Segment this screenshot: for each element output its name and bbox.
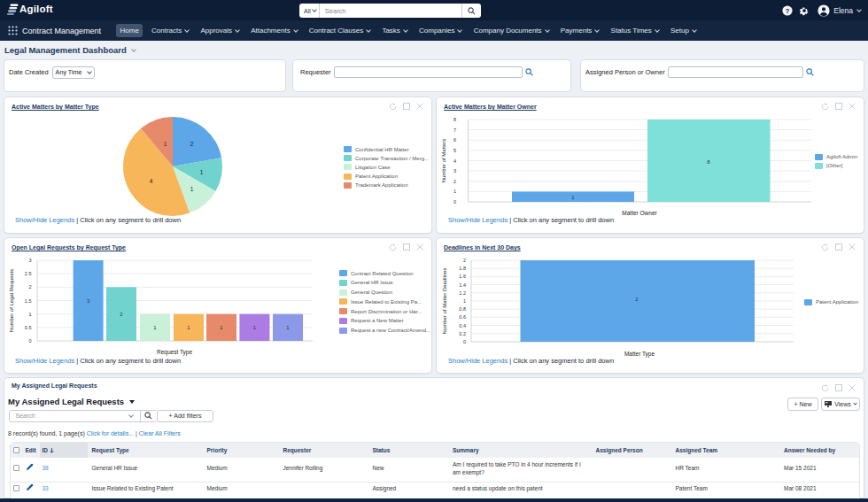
svg-text:0: 0	[28, 338, 31, 344]
svg-text:1.4: 1.4	[459, 282, 466, 288]
svg-text:?: ?	[786, 6, 790, 14]
svg-text:Number of Matter Deadlines: Number of Matter Deadlines	[442, 267, 447, 334]
svg-text:1.2: 1.2	[459, 290, 466, 296]
svg-text:Matter Type: Matter Type	[624, 351, 655, 358]
svg-text:0.6: 0.6	[459, 314, 466, 320]
svg-text:1: 1	[28, 312, 31, 317]
svg-text:2.5: 2.5	[25, 271, 32, 276]
svg-text:0.4: 0.4	[459, 323, 466, 328]
svg-text:3: 3	[28, 258, 31, 263]
svg-text:1: 1	[163, 140, 167, 146]
svg-text:Request Type: Request Type	[157, 349, 192, 356]
svg-text:4: 4	[149, 177, 152, 183]
svg-text:8: 8	[453, 117, 456, 122]
svg-text:0.5: 0.5	[25, 325, 32, 330]
svg-text:1.6: 1.6	[459, 274, 466, 279]
svg-text:1.5: 1.5	[25, 298, 32, 304]
svg-text:1: 1	[199, 168, 203, 174]
svg-text:1: 1	[190, 185, 193, 191]
svg-text:2: 2	[28, 284, 31, 290]
svg-text:2: 2	[453, 178, 456, 183]
svg-text:1: 1	[453, 189, 456, 194]
svg-text:0: 0	[453, 199, 456, 205]
svg-text:0.2: 0.2	[459, 331, 466, 336]
svg-text:2: 2	[190, 140, 193, 146]
svg-text:1.8: 1.8	[459, 266, 466, 271]
svg-text:2: 2	[463, 258, 466, 263]
svg-text:4: 4	[453, 158, 456, 163]
svg-text:7: 7	[453, 127, 456, 132]
svg-text:6: 6	[453, 137, 456, 143]
svg-text:Matter Owner: Matter Owner	[622, 209, 657, 215]
svg-text:5: 5	[453, 147, 456, 152]
svg-text:Number of Matters: Number of Matters	[441, 138, 446, 182]
svg-text:Number of Legal Requests: Number of Legal Requests	[9, 269, 14, 332]
svg-text:3: 3	[453, 168, 456, 174]
svg-text:0: 0	[463, 339, 466, 344]
svg-text:1: 1	[463, 298, 466, 304]
svg-text:0.8: 0.8	[459, 306, 466, 312]
